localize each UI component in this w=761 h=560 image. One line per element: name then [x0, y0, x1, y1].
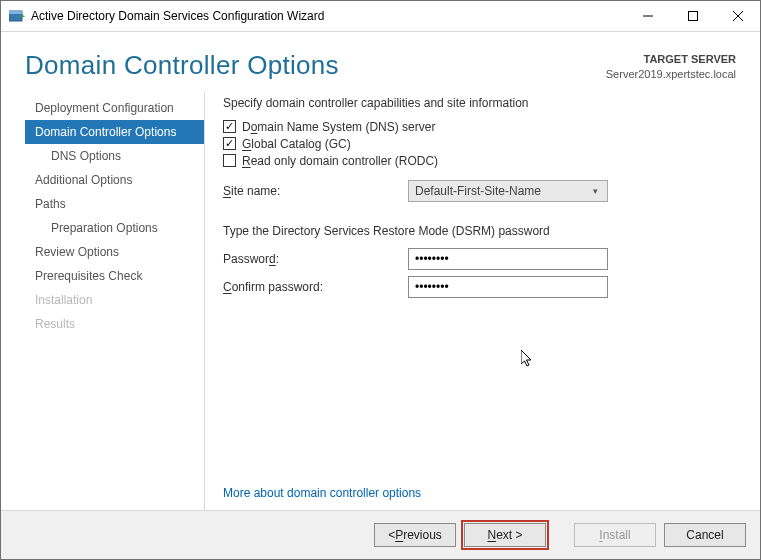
password-label: Password:: [223, 252, 408, 266]
page-title: Domain Controller Options: [25, 50, 606, 81]
titlebar: Active Directory Domain Services Configu…: [1, 1, 760, 32]
close-button[interactable]: [715, 1, 760, 31]
site-name-row: Site name: Default-First-Site-Name ▾: [223, 180, 736, 202]
gc-checkbox-row[interactable]: Global Catalog (GC): [223, 137, 736, 151]
content-pane: Specify domain controller capabilities a…: [205, 92, 736, 510]
nav-step-9: Results: [25, 312, 204, 336]
nav-step-0[interactable]: Deployment Configuration: [25, 96, 204, 120]
app-icon: [9, 8, 25, 24]
cursor-icon: [521, 350, 537, 370]
chevron-down-icon: ▾: [587, 186, 603, 196]
minimize-button[interactable]: [625, 1, 670, 31]
target-server-label: TARGET SERVER: [606, 52, 736, 67]
site-name-dropdown[interactable]: Default-First-Site-Name ▾: [408, 180, 608, 202]
next-button[interactable]: Next >: [464, 523, 546, 547]
svg-rect-3: [688, 12, 697, 21]
dsrm-heading: Type the Directory Services Restore Mode…: [223, 224, 736, 238]
rodc-checkbox[interactable]: [223, 154, 236, 167]
window-title: Active Directory Domain Services Configu…: [31, 9, 625, 23]
more-about-link[interactable]: More about domain controller options: [223, 486, 421, 500]
nav-step-3[interactable]: Additional Options: [25, 168, 204, 192]
site-name-value: Default-First-Site-Name: [415, 184, 587, 198]
dns-checkbox-row[interactable]: Domain Name System (DNS) server: [223, 120, 736, 134]
step-nav: Deployment ConfigurationDomain Controlle…: [25, 92, 205, 510]
password-input[interactable]: [408, 248, 608, 270]
confirm-password-row: Confirm password:: [223, 276, 736, 298]
previous-button[interactable]: < Previous: [374, 523, 456, 547]
window-buttons: [625, 1, 760, 31]
target-server-value: Server2019.xpertstec.local: [606, 67, 736, 82]
confirm-password-input[interactable]: [408, 276, 608, 298]
rodc-checkbox-label: Read only domain controller (RODC): [242, 154, 438, 168]
gc-checkbox-label: Global Catalog (GC): [242, 137, 351, 151]
nav-step-8: Installation: [25, 288, 204, 312]
cancel-button[interactable]: Cancel: [664, 523, 746, 547]
gc-checkbox[interactable]: [223, 137, 236, 150]
wizard-window: Active Directory Domain Services Configu…: [0, 0, 761, 560]
wizard-footer: < Previous Next > Install Cancel: [1, 510, 760, 559]
maximize-button[interactable]: [670, 1, 715, 31]
nav-step-4[interactable]: Paths: [25, 192, 204, 216]
nav-step-6[interactable]: Review Options: [25, 240, 204, 264]
dns-checkbox-label: Domain Name System (DNS) server: [242, 120, 435, 134]
wizard-header: Domain Controller Options TARGET SERVER …: [1, 32, 760, 92]
nav-step-1[interactable]: Domain Controller Options: [25, 120, 204, 144]
confirm-password-label: Confirm password:: [223, 280, 408, 294]
rodc-checkbox-row[interactable]: Read only domain controller (RODC): [223, 154, 736, 168]
target-server-block: TARGET SERVER Server2019.xpertstec.local: [606, 50, 736, 82]
svg-rect-1: [9, 11, 22, 14]
nav-step-2[interactable]: DNS Options: [25, 144, 204, 168]
site-name-label: Site name:: [223, 184, 408, 198]
capabilities-heading: Specify domain controller capabilities a…: [223, 96, 736, 110]
password-row: Password:: [223, 248, 736, 270]
dns-checkbox[interactable]: [223, 120, 236, 133]
install-button: Install: [574, 523, 656, 547]
wizard-body: Deployment ConfigurationDomain Controlle…: [1, 92, 760, 510]
nav-step-7[interactable]: Prerequisites Check: [25, 264, 204, 288]
nav-step-5[interactable]: Preparation Options: [25, 216, 204, 240]
